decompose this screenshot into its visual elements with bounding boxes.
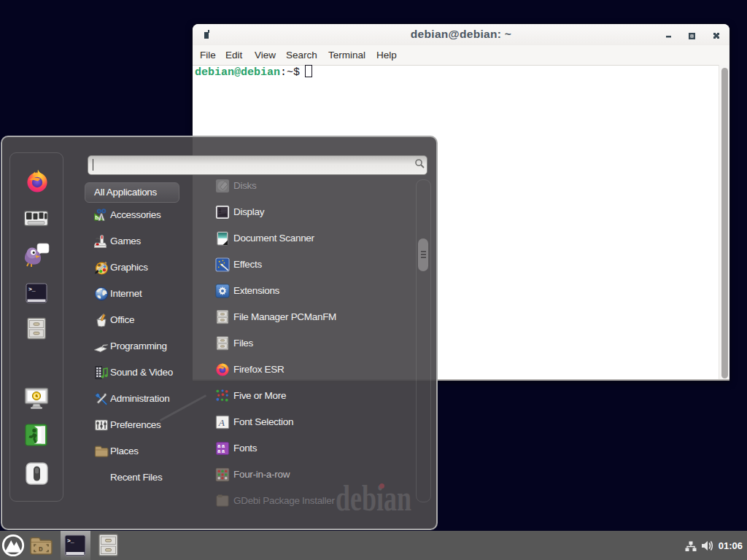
svg-text:>_: >_ xyxy=(67,537,74,544)
svg-text:A: A xyxy=(218,417,225,428)
svg-text:>_: >_ xyxy=(28,286,36,292)
svg-text:D: D xyxy=(39,545,43,553)
